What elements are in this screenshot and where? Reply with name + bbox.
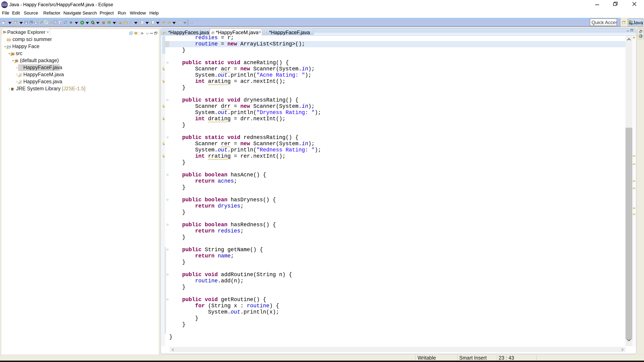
svg-text:!: ! [164,119,164,120]
svg-text:J: J [631,20,632,23]
svg-text:J: J [20,67,21,69]
svg-text:J: J [20,74,21,76]
svg-text:!: ! [164,106,164,108]
svg-text:!: ! [164,156,164,158]
svg-text:J: J [266,32,266,34]
svg-text:J: J [10,45,11,47]
svg-text:¶: ¶ [60,21,61,24]
svg-text:!: ! [164,81,164,83]
svg-text:!: ! [164,69,164,70]
svg-text:!: ! [164,144,164,145]
svg-text:J: J [20,81,21,83]
